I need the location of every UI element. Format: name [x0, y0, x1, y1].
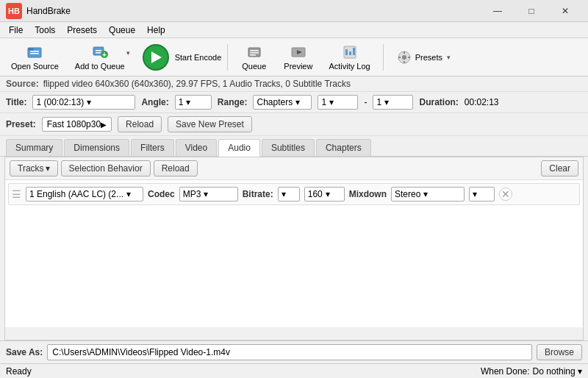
codec-dropdown[interactable]: MP3 ▾ — [179, 187, 238, 202]
content-area: Tracks ▾ Selection Behavior Reload Clear… — [4, 157, 584, 340]
menu-tools[interactable]: Tools — [29, 24, 61, 37]
preview-icon — [290, 44, 306, 60]
audio-track-row: ☰ 1 English (AAC LC) (2... ▾ Codec MP3 ▾… — [8, 183, 580, 205]
svg-rect-12 — [250, 54, 256, 56]
presets-icon — [396, 49, 412, 65]
tab-summary[interactable]: Summary — [6, 139, 62, 156]
remove-icon: ✕ — [501, 188, 510, 200]
selection-behavior-button[interactable]: Selection Behavior — [61, 160, 151, 176]
when-done-label: When Done: — [481, 366, 530, 377]
chapter-to-arrow: ▾ — [384, 97, 389, 107]
svg-rect-24 — [408, 57, 410, 58]
chapter-to-dropdown[interactable]: 1 ▾ — [373, 95, 413, 110]
duration-label: Duration: — [419, 97, 458, 107]
open-source-label: Open Source — [11, 62, 59, 71]
menu-help[interactable]: Help — [141, 24, 171, 37]
title-dropdown[interactable]: 1 (00:02:13) ▾ — [32, 95, 135, 110]
svg-text:+: + — [102, 51, 107, 59]
preview-label: Preview — [284, 62, 312, 71]
chapter-from-arrow: ▾ — [329, 97, 334, 107]
close-button[interactable]: ✕ — [548, 0, 582, 22]
open-source-button[interactable]: Open Source — [4, 41, 65, 74]
tab-chapters[interactable]: Chapters — [316, 139, 371, 156]
tab-video[interactable]: Video — [176, 139, 217, 156]
when-done-dropdown[interactable]: Do nothing ▾ — [533, 366, 582, 377]
svg-rect-22 — [404, 61, 405, 63]
svg-rect-23 — [398, 57, 401, 58]
save-as-label: Save As: — [6, 347, 43, 357]
svg-rect-16 — [345, 49, 348, 55]
angle-dropdown[interactable]: 1 ▾ — [175, 95, 212, 110]
tab-filters[interactable]: Filters — [131, 139, 174, 156]
svg-rect-5 — [96, 50, 101, 51]
menu-file[interactable]: File — [3, 24, 29, 37]
menu-presets[interactable]: Presets — [61, 24, 103, 37]
start-encode-button[interactable] — [143, 44, 169, 71]
reload-audio-button[interactable]: Reload — [154, 160, 198, 176]
activity-log-label: Activity Log — [329, 62, 370, 71]
tracks-label: Tracks — [18, 163, 44, 174]
chapter-from-dropdown[interactable]: 1 ▾ — [318, 95, 358, 110]
presets-arrow[interactable]: ▾ — [447, 54, 451, 61]
browse-button[interactable]: Browse — [537, 344, 582, 360]
title-value: 1 (00:02:13) — [36, 97, 84, 107]
source-bar: Source: flipped video 640x360 (640x360),… — [0, 76, 588, 92]
activity-log-button[interactable]: Activity Log — [322, 41, 376, 74]
mixdown-label: Mixdown — [349, 189, 387, 199]
drag-handle[interactable]: ☰ — [12, 188, 21, 200]
mixdown-arrow: ▾ — [423, 189, 428, 199]
preset-field: Fast 1080p30 ▶ — [42, 117, 112, 132]
add-to-queue-icon: + — [92, 44, 108, 60]
add-to-queue-arrow[interactable]: ▾ — [126, 49, 130, 57]
toolbar: Open Source + Add to Queue ▾ Start Encod… — [0, 38, 588, 76]
reload-preset-button[interactable]: Reload — [118, 116, 162, 132]
when-done-area: When Done: Do nothing ▾ — [481, 366, 582, 377]
queue-icon — [246, 44, 262, 60]
angle-value: 1 — [179, 97, 184, 107]
codec-arrow: ▾ — [204, 189, 208, 199]
tab-dimensions[interactable]: Dimensions — [64, 139, 129, 156]
extra-dropdown[interactable]: ▾ — [469, 187, 495, 202]
bitrate-value-dropdown[interactable]: 160 ▾ — [304, 187, 345, 202]
tabs: Summary Dimensions Filters Video Audio S… — [6, 139, 582, 156]
duration-value: 00:02:13 — [465, 97, 499, 107]
angle-label: Angle: — [141, 97, 168, 107]
add-to-queue-button[interactable]: + Add to Queue ▾ — [68, 41, 137, 74]
codec-label: Codec — [148, 189, 175, 199]
source-info: flipped video 640x360 (640x360), 29.97 F… — [43, 79, 351, 89]
codec-value: MP3 — [183, 189, 201, 199]
presets-label: Presets — [415, 53, 442, 62]
mixdown-dropdown[interactable]: Stereo ▾ — [391, 187, 465, 202]
range-value: Chapters — [257, 97, 293, 107]
remove-track-button[interactable]: ✕ — [499, 188, 512, 201]
app-icon: HB — [6, 3, 22, 19]
svg-rect-2 — [30, 51, 39, 52]
tracks-dropdown-button[interactable]: Tracks ▾ — [10, 160, 58, 176]
save-as-input[interactable] — [47, 344, 532, 360]
open-source-icon — [26, 44, 43, 60]
window-controls: — □ ✕ — [481, 0, 582, 22]
clear-button[interactable]: Clear — [541, 160, 578, 176]
title-label: Title: — [6, 97, 26, 107]
mixdown-value: Stereo — [395, 189, 420, 199]
track-value: 1 English (AAC LC) (2... — [29, 189, 123, 199]
presets-button[interactable]: Presets ▾ — [390, 41, 457, 74]
minimize-button[interactable]: — — [481, 0, 514, 22]
audio-panel-content: ☰ 1 English (AAC LC) (2... ▾ Codec MP3 ▾… — [5, 180, 583, 327]
maximize-button[interactable]: □ — [514, 0, 548, 22]
bitrate-label-dropdown[interactable]: ▾ — [278, 187, 300, 202]
tab-audio[interactable]: Audio — [218, 139, 260, 157]
title-dropdown-arrow: ▾ — [87, 97, 91, 107]
range-label: Range: — [218, 97, 248, 107]
preview-button[interactable]: Preview — [277, 41, 319, 74]
toolbar-divider-2 — [383, 44, 384, 71]
save-new-preset-button[interactable]: Save New Preset — [168, 116, 252, 132]
queue-button[interactable]: Queue — [234, 41, 274, 74]
tab-subtitles[interactable]: Subtitles — [262, 139, 315, 156]
range-dropdown[interactable]: Chapters ▾ — [253, 95, 312, 110]
menu-queue[interactable]: Queue — [103, 24, 141, 37]
track-dropdown[interactable]: 1 English (AAC LC) (2... ▾ — [26, 187, 143, 202]
tracks-arrow: ▾ — [46, 163, 50, 174]
chapter-to-value: 1 — [376, 97, 381, 107]
svg-rect-1 — [28, 48, 34, 51]
